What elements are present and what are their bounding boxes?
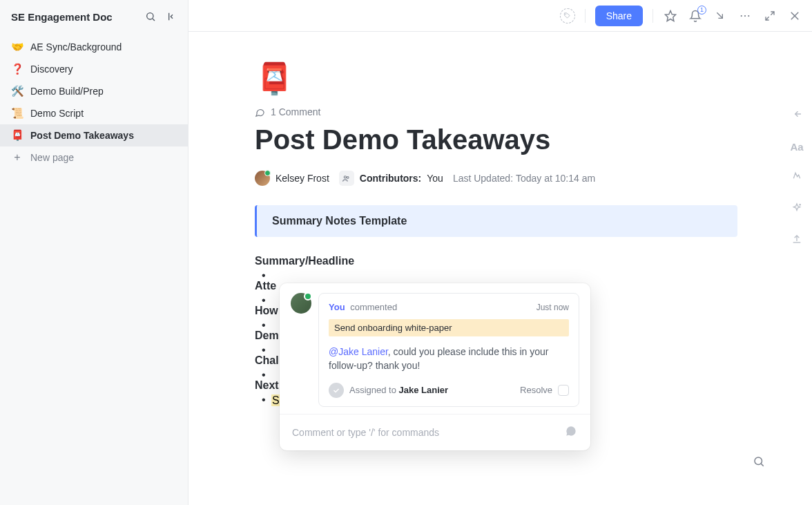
contributors-value: You <box>427 173 443 184</box>
sparkle-icon[interactable] <box>791 202 802 216</box>
font-icon[interactable]: Aa <box>790 141 803 153</box>
svg-line-18 <box>761 464 763 466</box>
commenter-name: You <box>329 302 345 312</box>
new-page-label: New page <box>30 152 74 163</box>
comment-quote: Send onboarding white-paper <box>329 319 569 336</box>
bell-icon[interactable]: 1 <box>688 8 703 23</box>
more-icon[interactable] <box>737 8 753 23</box>
upload-icon[interactable] <box>791 234 802 248</box>
divider <box>652 9 653 23</box>
section-summary[interactable]: Summary/Headline <box>255 255 737 267</box>
comment-popover: You commented Just now Send onboarding w… <box>280 283 590 450</box>
author-name: Kelsey Frost <box>276 173 329 184</box>
doc-title: SE Engagement Doc <box>11 11 138 23</box>
download-icon[interactable] <box>713 8 728 23</box>
comment-count[interactable]: 1 Comment <box>255 106 737 117</box>
page-title[interactable]: Post Demo Takeaways <box>255 124 737 155</box>
svg-point-3 <box>566 14 566 15</box>
expand-icon[interactable] <box>762 8 777 23</box>
question-icon: ❓ <box>11 63 23 75</box>
collapse-sidebar-icon[interactable] <box>163 10 177 23</box>
divider <box>585 9 586 23</box>
comment-card: You commented Just now Send onboarding w… <box>318 293 579 407</box>
bullet-item[interactable] <box>255 267 737 273</box>
sidebar-item-demo-build[interactable]: 🛠️ Demo Build/Prep <box>0 80 188 102</box>
svg-point-14 <box>347 176 349 178</box>
resolve-checkbox[interactable] <box>558 385 569 396</box>
comment-time: Just now <box>536 303 569 312</box>
author-chip[interactable]: Kelsey Frost <box>255 171 329 186</box>
commenter-avatar <box>291 293 311 314</box>
svg-point-13 <box>345 175 347 178</box>
svg-point-0 <box>147 13 153 19</box>
page-search-icon[interactable] <box>753 455 765 470</box>
resolve-button[interactable]: Resolve <box>520 385 552 395</box>
search-icon[interactable] <box>144 10 157 23</box>
tag-icon[interactable] <box>560 8 575 23</box>
indent-icon[interactable] <box>791 108 803 123</box>
contributors-chip[interactable]: Contributors: You <box>339 171 443 186</box>
sidebar-item-demo-script[interactable]: 📜 Demo Script <box>0 102 188 124</box>
postbox-icon: 📮 <box>11 129 23 142</box>
page-emoji[interactable]: 📮 <box>255 59 293 98</box>
svg-line-10 <box>766 17 769 20</box>
author-avatar <box>255 171 270 186</box>
comment-input[interactable] <box>292 427 557 438</box>
svg-point-7 <box>744 15 746 16</box>
svg-point-16 <box>800 204 800 205</box>
link-icon[interactable] <box>791 171 802 184</box>
check-icon <box>329 383 344 398</box>
sidebar-item-label: Demo Script <box>30 108 84 119</box>
assigned-label: Assigned to <box>349 385 396 395</box>
send-icon[interactable] <box>564 424 578 441</box>
svg-point-8 <box>748 15 749 16</box>
plus-icon: + <box>11 151 23 164</box>
svg-line-9 <box>771 12 774 15</box>
svg-line-5 <box>717 12 722 18</box>
assignee-name: Jake Lanier <box>399 385 449 395</box>
last-updated: Last Updated: Today at 10:14 am <box>453 173 595 184</box>
tools-icon: 🛠️ <box>11 85 23 97</box>
sidebar: SE Engagement Doc 🤝 AE Sync/Background ❓… <box>0 0 188 505</box>
updated-label: Last Updated: <box>453 173 513 184</box>
right-rail: Aa <box>782 32 812 248</box>
contributors-label: Contributors: <box>360 173 421 184</box>
star-icon[interactable] <box>663 8 678 23</box>
svg-point-6 <box>741 15 742 16</box>
sidebar-item-label: AE Sync/Background <box>30 41 122 53</box>
updated-value: Today at 10:14 am <box>516 173 595 184</box>
sidebar-item-label: Demo Build/Prep <box>30 86 104 97</box>
svg-marker-4 <box>666 10 676 21</box>
comment-message: @Jake Lanier, could you please include t… <box>329 345 569 373</box>
close-icon[interactable] <box>787 8 802 23</box>
new-page-button[interactable]: + New page <box>0 146 188 169</box>
callout-template[interactable]: Summary Notes Template <box>255 205 737 237</box>
sidebar-item-post-demo[interactable]: 📮 Post Demo Takeaways <box>0 124 188 146</box>
sidebar-item-ae-sync[interactable]: 🤝 AE Sync/Background <box>0 36 188 58</box>
share-button[interactable]: Share <box>595 6 643 26</box>
scroll-icon: 📜 <box>11 107 23 120</box>
svg-line-1 <box>153 19 155 21</box>
sidebar-item-label: Post Demo Takeaways <box>30 130 134 141</box>
sidebar-item-label: Discovery <box>30 64 72 75</box>
topbar: Share 1 <box>188 0 812 32</box>
comment-action: commented <box>350 302 397 312</box>
sidebar-item-discovery[interactable]: ❓ Discovery <box>0 58 188 80</box>
mention[interactable]: @Jake Lanier <box>329 346 388 357</box>
svg-point-17 <box>755 457 762 465</box>
handshake-icon: 🤝 <box>11 41 23 53</box>
comment-count-text: 1 Comment <box>271 106 320 117</box>
notification-badge: 1 <box>697 6 706 15</box>
people-icon <box>339 171 354 186</box>
